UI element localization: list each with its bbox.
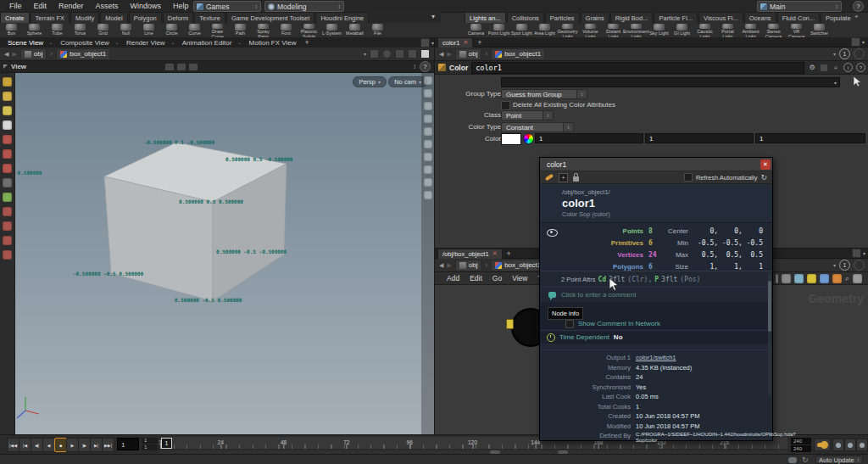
audio-options-icon[interactable]: [856, 439, 868, 451]
info-window-titlebar[interactable]: color1 ✕: [540, 158, 772, 171]
range-sub-field[interactable]: 1: [142, 444, 158, 450]
network-menu-go[interactable]: Go: [487, 274, 507, 282]
desktop-dropdown[interactable]: Main ↕: [757, 1, 842, 12]
new-pane-tab-icon[interactable]: +: [507, 249, 511, 258]
group-type-dropdown[interactable]: Guess from Group ↕: [501, 89, 587, 99]
shelf-tab-lights-an[interactable]: Lights an...: [465, 12, 506, 23]
translate-tool-icon[interactable]: [3, 135, 12, 144]
current-frame-marker[interactable]: 1: [161, 438, 172, 449]
color-r-field[interactable]: 1: [535, 133, 643, 143]
volatile-select-icon[interactable]: [3, 92, 12, 101]
menu-windows[interactable]: Windows: [125, 2, 168, 10]
forward-icon[interactable]: ▶: [447, 51, 451, 58]
node-name-field[interactable]: color1: [471, 62, 804, 74]
shelf-tool-line[interactable]: Line: [137, 23, 160, 37]
shelf-tool-area-light[interactable]: Area Light: [533, 23, 556, 37]
shelf-set-games-dropdown[interactable]: Games ↕: [193, 1, 261, 12]
pane-maximize-icon[interactable]: [852, 249, 861, 258]
undo-badge[interactable]: 1: [839, 260, 850, 271]
color-g-field[interactable]: 1: [645, 133, 754, 143]
gear-icon[interactable]: ⚙: [808, 64, 816, 72]
breadcrumb-obj[interactable]: obj: [20, 48, 47, 60]
left-shelf-menu-icon[interactable]: ▾: [431, 13, 435, 20]
breadcrumb-obj[interactable]: obj: [455, 48, 482, 60]
shelf-tab-deform[interactable]: Deform: [163, 12, 194, 23]
back-icon[interactable]: ◀: [4, 51, 8, 58]
recook-icon[interactable]: ↻: [802, 456, 809, 464]
camera-b-icon[interactable]: [408, 49, 417, 59]
update-mode-dropdown[interactable]: Auto Update ↕: [815, 456, 863, 464]
back-icon[interactable]: ◀: [439, 262, 443, 269]
shelf-tool-camera[interactable]: Camera: [465, 23, 487, 37]
shelf-tab-terrain-fx[interactable]: Terrain FX: [31, 12, 70, 23]
shelf-tool-point-light[interactable]: Point Light: [487, 23, 510, 37]
shelf-tool-null[interactable]: Null: [114, 23, 137, 37]
color-wheel-icon[interactable]: [523, 133, 534, 144]
pane-maximize-icon[interactable]: [851, 37, 860, 47]
shelf-tool-stereo-camera[interactable]: Stereo Camera: [762, 23, 785, 37]
shelf-tool-geometry-light[interactable]: Geometry Light: [556, 23, 579, 37]
undo-badge[interactable]: 1: [839, 48, 850, 59]
shelf-tool-draw-curve[interactable]: Draw Curve: [206, 23, 229, 37]
shelf-tool-file[interactable]: File: [366, 23, 389, 37]
shelf-tool-torus[interactable]: Torus: [69, 23, 92, 37]
play-forward-button[interactable]: ▶: [66, 438, 79, 452]
stop-button[interactable]: ■: [54, 438, 67, 452]
shelf-tab-collisions[interactable]: Collisions: [507, 12, 544, 23]
select-tool-icon[interactable]: [3, 120, 12, 130]
range-start-field[interactable]: 1: [142, 438, 158, 444]
expand-icon[interactable]: +: [559, 173, 568, 182]
pane-tab-motion-fx-view[interactable]: Motion FX View: [245, 39, 301, 47]
network-grid-icon[interactable]: [794, 274, 804, 283]
color-type-dropdown[interactable]: Constant ↕: [501, 122, 574, 132]
help-icon[interactable]: ?: [420, 61, 431, 72]
go-to-end-button[interactable]: ▶▶|: [102, 438, 114, 452]
refresh-icon[interactable]: ↻: [760, 173, 767, 182]
rotate-tool-icon[interactable]: [3, 149, 12, 159]
shelf-tool-switcher[interactable]: Switcher: [808, 23, 831, 37]
group-select-arrow-icon[interactable]: [852, 75, 862, 87]
shelf-tab-fluid-con[interactable]: Fluid Con...: [777, 12, 820, 23]
shelf-set-modeling-dropdown[interactable]: Modeling ↕: [264, 1, 344, 12]
step-forward-button[interactable]: |▶: [78, 438, 91, 452]
shelf-tab-particles[interactable]: Particles: [545, 12, 580, 23]
shelf-tab-polygon[interactable]: Polygon: [129, 12, 162, 23]
path-dropdown-icon[interactable]: ▾: [833, 51, 836, 57]
pane-tab-scene-view[interactable]: Scene View: [3, 39, 56, 47]
snapshot-icon[interactable]: [382, 49, 392, 59]
lights-icon[interactable]: [424, 165, 432, 174]
scene-viewport[interactable]: -0.500000 0.5 -0.5000000.500000 0.5 -0.5…: [0, 73, 434, 434]
display-options-icon[interactable]: [424, 191, 432, 199]
comment-row[interactable]: Click to enter a comment: [540, 287, 772, 302]
message-bubble-icon[interactable]: [788, 457, 797, 463]
pane-tab-render-view[interactable]: Render View: [122, 39, 178, 47]
network-menu-view[interactable]: View: [507, 274, 532, 282]
node-flag-icon[interactable]: [506, 319, 514, 329]
shelf-tab-particle-fl[interactable]: Particle Fl...: [654, 12, 698, 23]
stow-icon[interactable]: [3, 64, 8, 69]
play-reverse-button[interactable]: ◀: [42, 438, 55, 452]
shelf-tab-rigid-bod[interactable]: Rigid Bod...: [610, 12, 654, 23]
shelf-tab-grains[interactable]: Grains: [581, 12, 609, 23]
info-icon[interactable]: i: [843, 63, 853, 72]
projection-dropdown[interactable]: Persp ▾: [353, 76, 387, 87]
help-icon[interactable]: ?: [853, 1, 864, 12]
menu-edit[interactable]: Edit: [28, 2, 53, 10]
search-icon[interactable]: ⌕: [845, 274, 849, 283]
shelf-tab-populate-c[interactable]: Populate C...: [821, 12, 853, 23]
normals-icon[interactable]: [424, 102, 432, 110]
pane-divider-icon[interactable]: [776, 274, 778, 283]
shelf-tab-model[interactable]: Model: [100, 12, 127, 23]
pane-tab-animation-editor[interactable]: Animation Editor: [178, 39, 245, 47]
lock-icon[interactable]: [573, 176, 579, 182]
back-icon[interactable]: ◀: [439, 51, 443, 58]
shelf-tool-portal-light[interactable]: Portal Light: [716, 23, 739, 37]
move-mode-icon[interactable]: [177, 64, 186, 70]
pane-menu-icon[interactable]: ▾: [862, 39, 865, 45]
shelf-tab-create[interactable]: Create: [0, 12, 30, 23]
shelf-tool-l-system[interactable]: L-System: [320, 23, 343, 37]
network-menu-add[interactable]: Add: [442, 274, 465, 282]
close-icon[interactable]: ✕: [492, 250, 498, 257]
presets-icon[interactable]: [820, 64, 828, 72]
shelf-tool-volume-light[interactable]: Volume Light: [579, 23, 602, 37]
